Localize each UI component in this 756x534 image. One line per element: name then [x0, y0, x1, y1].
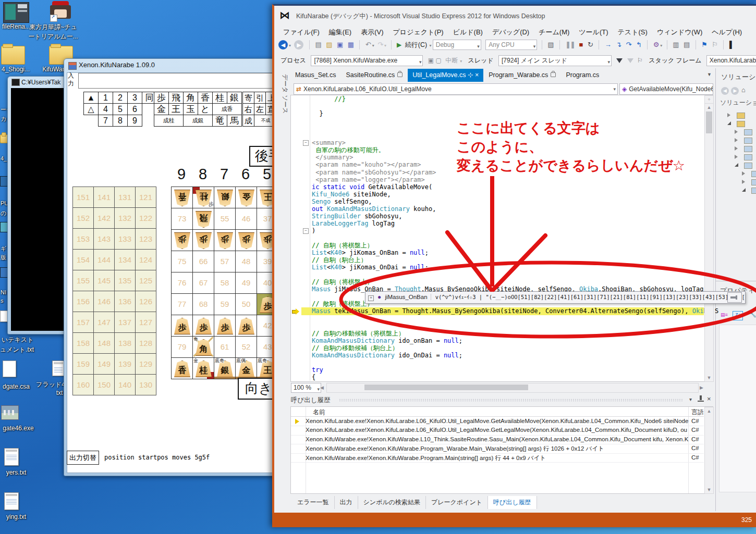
komadai-cell[interactable]: 152: [73, 208, 93, 228]
kanji-button-桂[interactable]: 桂: [212, 92, 227, 104]
tree-collapsed-icon[interactable]: [735, 138, 738, 142]
stop-icon[interactable]: ■: [579, 41, 583, 48]
menu-プロジェクト(P)[interactable]: プロジェクト(P): [388, 25, 448, 40]
kanji-button-銀[interactable]: 銀: [227, 92, 242, 104]
komadai-cell[interactable]: 123: [136, 229, 156, 249]
board-cell[interactable]: 桂歩: [193, 187, 214, 208]
yers-txt-icon[interactable]: [4, 448, 19, 466]
komadai-cell[interactable]: 132: [115, 208, 135, 228]
board-cell[interactable]: 76: [172, 272, 192, 293]
tree-item[interactable]: [716, 111, 756, 119]
ying-txt-icon[interactable]: [4, 492, 19, 510]
board-cell[interactable]: 73: [172, 208, 192, 229]
komadai-cell[interactable]: 130: [136, 375, 156, 395]
komadai-cell[interactable]: 149: [94, 354, 114, 374]
piece-歩-sente[interactable]: 歩: [195, 318, 212, 334]
hscroll-left-icon[interactable]: ◀: [320, 384, 324, 391]
board-cell[interactable]: 61: [214, 337, 235, 357]
se-back-icon[interactable]: ◀: [721, 87, 729, 95]
hscroll-right-icon[interactable]: ▶: [700, 384, 703, 391]
nav-type-combo[interactable]: ⇄Xenon.KifuLarabe.L06_KifuIO.Util_LegalM…: [294, 83, 618, 95]
new-file-icon[interactable]: ▤: [315, 41, 321, 48]
callstack-row[interactable]: Xenon.KifuWarabe.exe!Xenon.KifuWarabe.L1…: [291, 435, 704, 444]
board-cell[interactable]: 香: [172, 358, 192, 379]
board-cell[interactable]: 香: [172, 187, 192, 208]
tree-collapsed-icon[interactable]: [735, 130, 738, 134]
breakpoint-flag2-icon[interactable]: ⚐: [712, 41, 718, 48]
pin-icon[interactable]: [698, 395, 704, 402]
menu-表示(V)[interactable]: 表示(V): [356, 25, 388, 40]
board-cell[interactable]: 58: [214, 272, 235, 293]
piece-銀-gote[interactable]: 銀: [216, 190, 234, 206]
komadai-cell[interactable]: 135: [115, 270, 135, 291]
tab-SasiteRoutine.cs[interactable]: SasiteRoutine.cs: [342, 69, 408, 82]
tree-item[interactable]: [716, 186, 756, 194]
process-combo[interactable]: [7868] Xenon.KifuWarabe.exe▾: [311, 55, 423, 66]
redo-icon[interactable]: ↷: [377, 41, 383, 48]
menu-ウィンドウ(W)[interactable]: ウィンドウ(W): [652, 25, 707, 40]
piece-金-gote[interactable]: 金: [238, 190, 255, 206]
board-cell[interactable]: 歩: [236, 315, 257, 336]
piece-歩-gote[interactable]: 歩: [174, 232, 191, 249]
restart-icon[interactable]: ↻: [588, 41, 593, 48]
tree-collapsed-icon[interactable]: [742, 180, 745, 184]
save-icon[interactable]: ▣: [337, 41, 343, 48]
process-icon-1[interactable]: ▣: [428, 57, 434, 64]
tree-collapsed-icon[interactable]: [735, 155, 738, 159]
kanji-button-左[interactable]: 左: [254, 103, 266, 115]
menu-ファイル(F)[interactable]: ファイル(F): [278, 25, 324, 40]
bottom-tab-エラー一覧[interactable]: エラー一覧: [292, 496, 335, 509]
komadai-cell[interactable]: 127: [136, 312, 156, 332]
komadai-cell[interactable]: 143: [94, 229, 114, 249]
categorized-icon[interactable]: ▤≡: [720, 312, 730, 321]
data-sources-side-tab[interactable]: データ ソース: [281, 69, 289, 84]
board-cell[interactable]: 55: [214, 208, 235, 229]
scroll-up-icon[interactable]: ▲: [705, 104, 713, 111]
hscroll-thumb[interactable]: [364, 384, 528, 390]
close-icon[interactable]: ×: [707, 395, 711, 403]
callstack-col-lang[interactable]: 言語: [691, 408, 704, 417]
board-cell[interactable]: 金底偶: [236, 358, 257, 379]
komadai-cell[interactable]: 125: [136, 270, 156, 291]
breakpoint-flag-icon[interactable]: ⚑: [701, 41, 708, 48]
komadai-cell[interactable]: 137: [115, 312, 135, 332]
thread-combo[interactable]: [7924] メイン スレッド▾: [498, 55, 612, 66]
komadai-cell[interactable]: 148: [94, 333, 114, 353]
dgate-csa-icon[interactable]: [3, 361, 16, 377]
step-into-icon[interactable]: ↴: [616, 41, 621, 48]
tree-item[interactable]: [716, 128, 756, 136]
menu-編集(E)[interactable]: 編集(E): [324, 25, 356, 40]
alphabetical-icon[interactable]: z↓: [733, 311, 743, 320]
komadai-cell[interactable]: 128: [136, 333, 156, 353]
menu-ヘルプ(H)[interactable]: ヘルプ(H): [707, 25, 747, 40]
editor-hscrollbar[interactable]: [326, 383, 699, 393]
menu-チーム(M)[interactable]: チーム(M): [534, 25, 574, 40]
config-combo[interactable]: Debug▾: [433, 40, 481, 50]
bottom-tab-シンボルの検索結果[interactable]: シンボルの検索結果: [358, 496, 426, 509]
piece-歩-sente[interactable]: 歩: [216, 318, 234, 334]
board-cell[interactable]: 77: [172, 294, 192, 315]
kanji-button-香[interactable]: 香: [198, 92, 213, 104]
komadai-cell[interactable]: 122: [136, 208, 156, 228]
kanji-button-と[interactable]: と: [198, 103, 213, 115]
komadai-cell[interactable]: 139: [115, 354, 135, 374]
kanji-button-引[interactable]: 引: [254, 92, 266, 104]
kanji-button-角[interactable]: 角: [183, 92, 198, 104]
callstack-vscrollbar[interactable]: ▲ ▼: [704, 407, 714, 494]
komadai-cell[interactable]: 158: [73, 333, 93, 353]
komadai-cell[interactable]: 144: [94, 250, 114, 270]
komadai-cell[interactable]: 134: [115, 250, 135, 270]
tree-item[interactable]: [716, 153, 756, 161]
tree-item[interactable]: [716, 169, 756, 178]
debugger-datatip[interactable]: + ● jiMasus_OnBan v(^▽^)vｲｪｰｲ☆3 | "(−＿−)…: [365, 291, 746, 304]
kanji-button-成[interactable]: 成: [242, 115, 254, 127]
board-cell[interactable]: 歩: [193, 315, 214, 336]
board-cell[interactable]: 68: [193, 294, 214, 315]
callstack-row[interactable]: Xenon.KifuWarabe.exe!Xenon.KifuWarabe.Pr…: [291, 444, 704, 453]
kanji-button-寄[interactable]: 寄: [242, 92, 254, 104]
board-cell[interactable]: 金: [236, 187, 257, 208]
flag-toggle-icon[interactable]: ⚐: [637, 57, 643, 64]
shogi-folder-icon[interactable]: [1, 46, 25, 65]
tree-expanded-icon[interactable]: [742, 188, 746, 192]
menu-ビルド(B)[interactable]: ビルド(B): [448, 25, 487, 40]
